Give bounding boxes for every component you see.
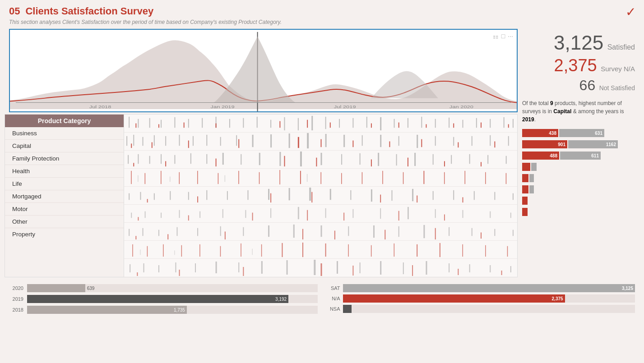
svg-rect-151 bbox=[309, 188, 311, 201]
svg-rect-62 bbox=[307, 133, 309, 148]
satisfied-count: 3,125 bbox=[554, 32, 603, 54]
svg-rect-158 bbox=[453, 190, 454, 200]
svg-rect-244 bbox=[175, 262, 176, 272]
svg-rect-108 bbox=[133, 163, 134, 166]
svg-rect-95 bbox=[279, 152, 281, 166]
category-item-motor[interactable]: Motor bbox=[5, 203, 124, 216]
category-item-health[interactable]: Health bbox=[5, 165, 124, 178]
category-item-family-protection[interactable]: Family Protection bbox=[5, 152, 124, 165]
svg-rect-63 bbox=[325, 134, 327, 147]
svg-rect-223 bbox=[199, 244, 200, 257]
svg-rect-45 bbox=[426, 124, 426, 128]
category-section: Product Category Business Capital Family… bbox=[5, 114, 518, 277]
svg-rect-260 bbox=[137, 272, 138, 276]
svg-rect-31 bbox=[462, 120, 463, 128]
svg-rect-82 bbox=[421, 139, 422, 147]
right-bar-family: 488 611 bbox=[522, 151, 635, 161]
svg-rect-136 bbox=[506, 173, 507, 184]
svg-rect-27 bbox=[408, 118, 408, 128]
svg-rect-141 bbox=[129, 193, 130, 200]
svg-rect-248 bbox=[261, 261, 263, 274]
svg-rect-183 bbox=[462, 210, 463, 218]
category-list-panel: Product Category Business Capital Family… bbox=[5, 114, 124, 277]
svg-rect-199 bbox=[243, 227, 244, 236]
svg-rect-19 bbox=[298, 118, 299, 130]
svg-rect-100 bbox=[378, 153, 379, 166]
svg-rect-85 bbox=[128, 155, 129, 164]
svg-rect-178 bbox=[325, 208, 326, 218]
svg-rect-192 bbox=[444, 214, 445, 221]
year-bar-chart: 2020 639 2019 3,192 2018 bbox=[9, 282, 318, 314]
right-bar-life bbox=[522, 173, 635, 183]
svg-rect-253 bbox=[380, 261, 381, 275]
svg-rect-190 bbox=[343, 213, 344, 221]
svg-rect-189 bbox=[307, 210, 308, 221]
svg-rect-255 bbox=[426, 261, 427, 275]
svg-rect-160 bbox=[494, 192, 495, 200]
svg-rect-143 bbox=[154, 193, 155, 200]
expand-icon[interactable]: □ bbox=[501, 32, 505, 40]
page-title: Clients Satisfaction Survey bbox=[25, 5, 153, 17]
svg-rect-90 bbox=[190, 153, 191, 164]
category-item-business[interactable]: Business bbox=[5, 127, 124, 140]
page-header: 05 Clients Satisfaction Survey bbox=[0, 0, 644, 19]
svg-rect-103 bbox=[433, 154, 434, 165]
svg-rect-236 bbox=[485, 245, 486, 257]
svg-rect-210 bbox=[513, 230, 514, 236]
svg-rect-207 bbox=[449, 227, 449, 236]
svg-rect-59 bbox=[252, 135, 254, 147]
svg-rect-22 bbox=[339, 119, 340, 128]
svg-rect-16 bbox=[257, 117, 258, 128]
year-label-2019: 2019 bbox=[9, 296, 23, 302]
svg-rect-117 bbox=[131, 171, 132, 184]
more-icon[interactable]: ··· bbox=[508, 32, 513, 40]
svg-rect-79 bbox=[321, 139, 322, 147]
logo-icon: ✓ bbox=[625, 5, 636, 19]
svg-rect-40 bbox=[279, 121, 280, 128]
svg-rect-171 bbox=[161, 213, 162, 218]
svg-rect-140 bbox=[307, 174, 307, 182]
right-bar-gray-mortgaged bbox=[529, 185, 534, 193]
svg-rect-172 bbox=[179, 210, 180, 218]
category-item-capital[interactable]: Capital bbox=[5, 140, 124, 152]
sat-value-sat: 3,125 bbox=[622, 286, 633, 291]
svg-rect-218 bbox=[481, 232, 482, 239]
category-item-other[interactable]: Other bbox=[5, 216, 124, 228]
category-item-mortgaged[interactable]: Mortgaged bbox=[5, 190, 124, 203]
filter-icon[interactable]: ⚏ bbox=[493, 32, 499, 40]
svg-rect-119 bbox=[161, 171, 162, 184]
svg-rect-74 bbox=[131, 143, 132, 148]
svg-rect-126 bbox=[300, 171, 301, 184]
svg-rect-93 bbox=[241, 154, 241, 165]
svg-rect-44 bbox=[398, 123, 399, 128]
svg-rect-225 bbox=[241, 244, 241, 257]
svg-rect-131 bbox=[403, 172, 404, 184]
svg-rect-265 bbox=[412, 265, 413, 276]
svg-rect-182 bbox=[435, 209, 436, 218]
right-bars: 438 631 901 1162 488 611 bbox=[522, 128, 635, 217]
right-bar-mortgaged bbox=[522, 184, 635, 194]
svg-rect-68 bbox=[417, 135, 418, 148]
svg-rect-36 bbox=[135, 124, 136, 128]
sat-label-sat: SAT bbox=[327, 285, 340, 291]
svg-rect-198 bbox=[220, 226, 221, 236]
year-value-2019: 3,192 bbox=[275, 297, 287, 302]
svg-rect-145 bbox=[188, 192, 189, 200]
svg-rect-246 bbox=[216, 262, 217, 273]
svg-rect-243 bbox=[158, 265, 159, 272]
svg-rect-73 bbox=[508, 136, 509, 146]
category-item-property[interactable]: Property bbox=[5, 228, 124, 240]
category-item-life[interactable]: Life bbox=[5, 178, 124, 190]
svg-rect-47 bbox=[481, 123, 482, 128]
right-bar-capital: 901 1162 bbox=[522, 139, 635, 149]
svg-rect-229 bbox=[325, 244, 326, 257]
svg-rect-230 bbox=[348, 244, 349, 257]
sparkline-capital bbox=[124, 133, 517, 151]
svg-rect-195 bbox=[158, 230, 159, 236]
svg-rect-130 bbox=[382, 171, 383, 184]
svg-rect-257 bbox=[469, 264, 470, 272]
svg-rect-169 bbox=[131, 213, 132, 218]
insight-text: Of the total 9 products, highest number … bbox=[522, 99, 635, 124]
not-satisfied-label: Not Satisfied bbox=[599, 84, 635, 92]
svg-rect-144 bbox=[170, 191, 171, 200]
